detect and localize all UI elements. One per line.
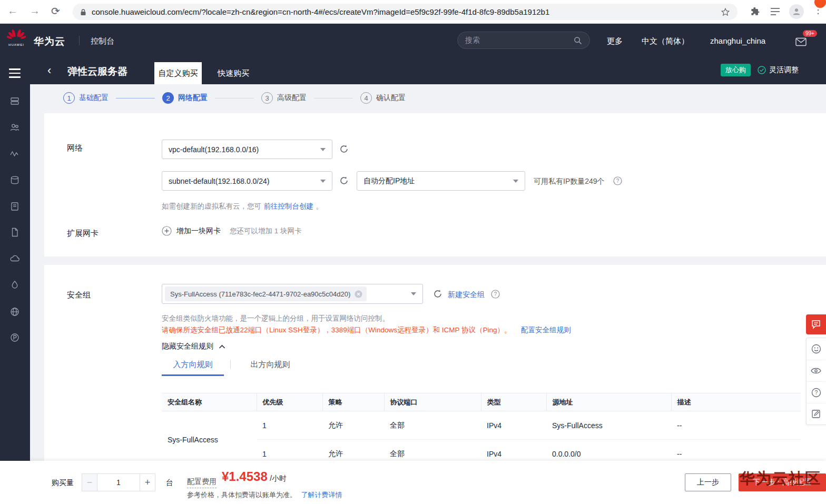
back-chevron-icon[interactable]: ‹ — [47, 64, 51, 77]
step-number: 2 — [162, 92, 174, 104]
step-connector — [314, 98, 353, 98]
tab-quick-purchase[interactable]: 快速购买 — [210, 62, 257, 84]
source-link-cell[interactable]: Sys-FullAccess — [546, 411, 671, 440]
huawei-logo[interactable]: HUAWEI — [6, 28, 27, 46]
flexible-adjust-badge[interactable]: 灵活调整 — [758, 65, 799, 75]
tab-inbound-rules[interactable]: 入方向规则 — [162, 360, 224, 376]
url-text: console.huaweicloud.com/ecm/?locale=zh-c… — [92, 7, 721, 16]
assurance-badge[interactable]: 放心购 — [721, 64, 751, 76]
quantity-plus-button[interactable]: + — [140, 473, 155, 491]
col-source: 源地址 — [546, 393, 671, 411]
mail-icon[interactable] — [795, 37, 807, 46]
bookmark-star-icon[interactable] — [721, 7, 730, 17]
table-header-row: 安全组名称 优先级 策略 协议端口 类型 源地址 描述 — [162, 393, 801, 411]
policy-cell: 允许 — [322, 411, 384, 440]
sg-help-icon[interactable]: ? — [491, 290, 500, 299]
step-network-config[interactable]: 2 网络配置 — [162, 92, 208, 104]
chevron-down-icon — [320, 180, 326, 183]
col-protocol-port: 协议端口 — [384, 393, 481, 411]
vpc-select[interactable]: vpc-default(192.168.0.0/16) — [162, 140, 332, 159]
feedback-chat-button[interactable] — [806, 314, 826, 334]
add-circle-icon[interactable] — [162, 226, 172, 236]
subnet-refresh-icon[interactable] — [339, 176, 349, 187]
mail-count-badge: 99+ — [803, 30, 817, 37]
sidebar-storage-icon[interactable] — [9, 175, 20, 185]
new-security-group-link[interactable]: 新建安全组 — [448, 290, 485, 300]
price-note: 参考价格，具体扣费请以账单为准。 — [187, 491, 297, 499]
vpc-hint-suffix: 。 — [316, 202, 323, 210]
sidebar-evaluation-icon[interactable] — [9, 280, 20, 290]
tab-outbound-rules[interactable]: 出方向规则 — [247, 360, 294, 370]
quantity-stepper: − + — [82, 473, 155, 491]
profile-avatar[interactable] — [789, 4, 804, 19]
protocol-cell: 全部 — [384, 411, 481, 440]
sidebar-cloud-service-icon[interactable] — [9, 253, 20, 264]
ip-available-text: 可用私有IP数量249个 — [534, 177, 605, 186]
browser-back-icon[interactable]: ← — [7, 5, 18, 17]
nav-more[interactable]: 更多 — [607, 36, 623, 46]
lock-icon — [80, 8, 86, 16]
step-basic-config[interactable]: 1 基础配置 — [63, 92, 109, 104]
network-label: 网络 — [67, 143, 83, 153]
next-step-button[interactable]: 下一步：高级配置 — [739, 473, 826, 491]
price-note-row: 参考价格，具体扣费请以账单为准。 了解计费详情 — [187, 490, 342, 500]
survey-button[interactable] — [807, 403, 825, 424]
browser-forward-icon[interactable]: → — [30, 5, 40, 17]
description-cell: -- — [671, 411, 801, 440]
nav-language[interactable]: 中文（简体） — [642, 36, 689, 46]
search-icon — [574, 36, 582, 45]
check-circle-icon — [758, 66, 766, 74]
smiley-feedback-button[interactable] — [807, 338, 825, 360]
vpc-refresh-icon[interactable] — [339, 144, 349, 155]
sidebar-monitor-icon[interactable] — [9, 149, 20, 159]
chevron-down-icon — [320, 148, 326, 151]
nav-divider — [79, 36, 80, 45]
help-button[interactable]: ? — [807, 381, 825, 403]
service-watch-button[interactable] — [807, 360, 825, 381]
sidebar-document-icon[interactable] — [9, 227, 20, 238]
reading-list-icon[interactable] — [770, 7, 780, 16]
eye-icon — [811, 367, 821, 374]
goto-console-link[interactable]: 前往控制台创建 — [263, 202, 313, 210]
sg-rules-table: 安全组名称 优先级 策略 协议端口 类型 源地址 描述 Sys-FullAcce… — [162, 393, 801, 461]
config-sg-rules-link[interactable]: 配置安全组规则 — [521, 326, 571, 334]
svg-text:?: ? — [814, 389, 818, 396]
nav-username[interactable]: zhanghui_china — [710, 36, 765, 45]
console-link[interactable]: 控制台 — [91, 36, 114, 46]
sidebar-ecs-service-icon[interactable] — [9, 96, 20, 106]
security-group-card: 安全组 Sys-FullAccess (711e783c-fec2-4471-9… — [44, 265, 826, 461]
browser-chrome: ← → ⟳ console.huaweicloud.com/ecm/?local… — [0, 0, 826, 24]
add-nic-button[interactable]: 增加一块网卡 — [176, 226, 221, 236]
tab-custom-purchase[interactable]: 自定义购买 — [154, 62, 202, 84]
browser-reload-icon[interactable]: ⟳ — [51, 5, 60, 17]
sidebar-parking-icon[interactable] — [9, 332, 20, 343]
protocol-cell: 全部 — [384, 440, 481, 461]
previous-step-button[interactable]: 上一步 — [685, 473, 731, 491]
sidebar-global-network-icon[interactable] — [9, 307, 20, 317]
subnet-select[interactable]: subnet-default(192.168.0.0/24) — [162, 171, 332, 191]
security-group-select[interactable]: Sys-FullAccess (711e783c-fec2-4471-9702-… — [162, 284, 423, 304]
hide-rules-toggle[interactable]: 隐藏安全组规则 — [162, 342, 225, 351]
step-indicator: 1 基础配置 2 网络配置 3 高级配置 4 确认配置 — [63, 92, 406, 104]
step-number: 1 — [63, 92, 75, 104]
sidebar-server-icon[interactable] — [9, 201, 20, 212]
sg-refresh-icon[interactable] — [433, 289, 442, 300]
sidebar-account-icon[interactable] — [9, 122, 20, 133]
url-bar[interactable]: console.huaweicloud.com/ecm/?locale=zh-c… — [73, 4, 738, 20]
huawei-logo-text: HUAWEI — [6, 43, 27, 46]
quantity-minus-button[interactable]: − — [82, 473, 97, 491]
ip-mode-select[interactable]: 自动分配IP地址 — [357, 171, 525, 191]
billing-detail-link[interactable]: 了解计费详情 — [301, 491, 342, 499]
tag-close-icon[interactable] — [355, 290, 362, 298]
console-search[interactable]: 搜索 — [457, 32, 590, 49]
extensions-puzzle-icon[interactable] — [750, 7, 760, 17]
sg-warning-row: 请确保所选安全组已放通22端口（Linux SSH登录），3389端口（Wind… — [162, 325, 571, 335]
quantity-input[interactable] — [97, 473, 140, 491]
menu-icon[interactable] — [9, 68, 21, 81]
vpc-select-value: vpc-default(192.168.0.0/16) — [169, 145, 320, 154]
col-description: 描述 — [671, 393, 801, 411]
chevron-down-icon — [513, 180, 518, 183]
brand-title[interactable]: 华为云 — [34, 35, 65, 48]
ip-help-icon[interactable]: ? — [613, 176, 622, 185]
col-type: 类型 — [481, 393, 546, 411]
